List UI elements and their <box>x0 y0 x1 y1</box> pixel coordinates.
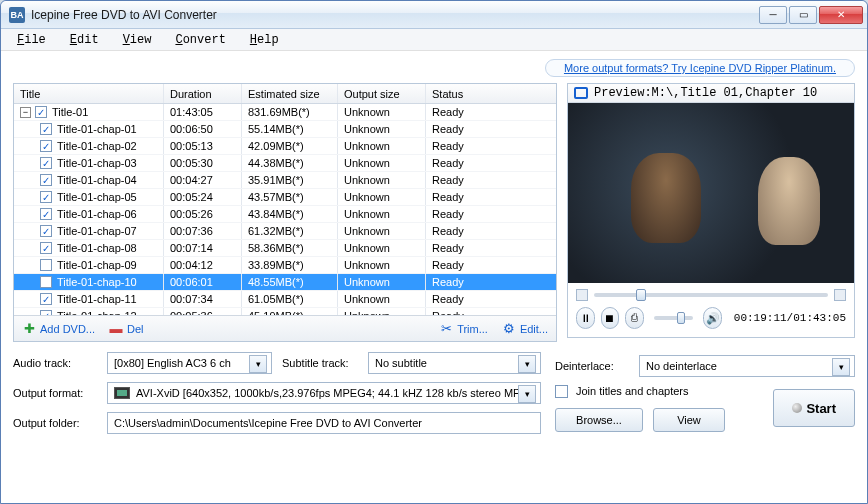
menu-edit[interactable]: Edit <box>60 31 109 49</box>
menu-help[interactable]: Help <box>240 31 289 49</box>
table-row[interactable]: Title-01-chap-1000:06:0148.55MB(*)Unknow… <box>14 274 556 291</box>
menubar: File Edit View Convert Help <box>1 29 867 51</box>
row-checkbox[interactable] <box>40 259 52 271</box>
table-row[interactable]: Title-01-chap-1100:07:3461.05MB(*)Unknow… <box>14 291 556 308</box>
titlebar[interactable]: BA Icepine Free DVD to AVI Converter ─ ▭… <box>1 1 867 29</box>
table-header: Title Duration Estimated size Output siz… <box>14 84 556 104</box>
row-name: Title-01-chap-01 <box>57 123 137 135</box>
promo-link[interactable]: More output formats? Try Icepine DVD Rip… <box>545 59 855 77</box>
deinterlace-combo[interactable]: No deinterlace <box>639 355 855 377</box>
stop-button[interactable]: ⏹ <box>601 307 620 329</box>
row-checkbox[interactable] <box>40 276 52 288</box>
start-button[interactable]: Start <box>773 389 855 427</box>
table-row[interactable]: Title-01-chap-0200:05:1342.09MB(*)Unknow… <box>14 138 556 155</box>
row-checkbox[interactable] <box>40 157 52 169</box>
table-row[interactable]: Title-01-chap-0700:07:3661.32MB(*)Unknow… <box>14 223 556 240</box>
mark-in-button[interactable] <box>576 289 588 301</box>
volume-thumb[interactable] <box>677 312 685 324</box>
row-checkbox[interactable] <box>40 310 52 315</box>
join-checkbox[interactable] <box>555 385 568 398</box>
audio-track-label: Audio track: <box>13 357 99 369</box>
scissors-icon: ✂ <box>439 322 453 336</box>
time-display: 00:19:11/01:43:05 <box>734 312 846 324</box>
row-checkbox[interactable] <box>40 208 52 220</box>
output-format-label: Output format: <box>13 387 99 399</box>
row-checkbox[interactable] <box>40 174 52 186</box>
table-row[interactable]: Title-01-chap-0500:05:2443.57MB(*)Unknow… <box>14 189 556 206</box>
add-dvd-button[interactable]: ✚Add DVD... <box>22 322 95 336</box>
menu-convert[interactable]: Convert <box>165 31 235 49</box>
col-duration[interactable]: Duration <box>164 84 242 103</box>
table-row[interactable]: Title-01-chap-0900:04:1233.89MB(*)Unknow… <box>14 257 556 274</box>
menu-file[interactable]: File <box>7 31 56 49</box>
row-checkbox[interactable] <box>40 123 52 135</box>
output-format-combo[interactable]: AVI-XviD [640x352, 1000kb/s,23.976fps MP… <box>107 382 541 404</box>
browse-button[interactable]: Browse... <box>555 408 643 432</box>
preview-title: Preview:M:\,Title 01,Chapter 10 <box>568 84 854 103</box>
row-checkbox[interactable] <box>40 242 52 254</box>
row-checkbox[interactable] <box>40 293 52 305</box>
app-window: BA Icepine Free DVD to AVI Converter ─ ▭… <box>0 0 868 504</box>
player-controls: ⏸ ⏹ ⎙ 🔊 00:19:11/01:43:05 <box>568 303 854 337</box>
join-label: Join titles and chapters <box>576 385 689 397</box>
col-title[interactable]: Title <box>14 84 164 103</box>
volume-slider[interactable] <box>654 316 694 320</box>
col-status[interactable]: Status <box>426 84 492 103</box>
table-row[interactable]: Title-01-chap-0600:05:2643.84MB(*)Unknow… <box>14 206 556 223</box>
edit-button[interactable]: ⚙Edit... <box>502 322 548 336</box>
output-folder-field[interactable]: C:\Users\admin\Documents\Icepine Free DV… <box>107 412 541 434</box>
row-name: Title-01-chap-06 <box>57 208 137 220</box>
output-format-row: Output format: AVI-XviD [640x352, 1000kb… <box>13 382 541 404</box>
close-button[interactable]: ✕ <box>819 6 863 24</box>
view-button[interactable]: View <box>653 408 725 432</box>
trim-button[interactable]: ✂Trim... <box>439 322 488 336</box>
row-name: Title-01-chap-02 <box>57 140 137 152</box>
snapshot-button[interactable]: ⎙ <box>625 307 644 329</box>
menu-view[interactable]: View <box>113 31 162 49</box>
maximize-button[interactable]: ▭ <box>789 6 817 24</box>
title-list-panel: Title Duration Estimated size Output siz… <box>13 83 557 342</box>
seek-slider[interactable] <box>594 293 828 297</box>
deinterlace-label: Deinterlace: <box>555 360 631 372</box>
row-checkbox[interactable] <box>35 106 47 118</box>
play-pause-button[interactable]: ⏸ <box>576 307 595 329</box>
start-icon <box>792 403 802 413</box>
audio-track-combo[interactable]: [0x80] English AC3 6 ch <box>107 352 272 374</box>
preview-title-text: Preview:M:\,Title 01,Chapter 10 <box>594 86 817 100</box>
row-name: Title-01-chap-05 <box>57 191 137 203</box>
col-output[interactable]: Output size <box>338 84 426 103</box>
table-row[interactable]: Title-01-chap-1200:05:3645.19MB(*)Unknow… <box>14 308 556 315</box>
row-checkbox[interactable] <box>40 225 52 237</box>
del-button[interactable]: ▬Del <box>109 322 144 336</box>
table-row[interactable]: −Title-0101:43:05831.69MB(*)UnknownReady <box>14 104 556 121</box>
promo-bar: More output formats? Try Icepine DVD Rip… <box>13 59 855 77</box>
plus-icon: ✚ <box>22 322 36 336</box>
tv-icon <box>574 87 588 99</box>
row-name: Title-01-chap-09 <box>57 259 137 271</box>
collapse-icon[interactable]: − <box>20 107 31 118</box>
table-row[interactable]: Title-01-chap-0800:07:1458.36MB(*)Unknow… <box>14 240 556 257</box>
subtitle-track-row: Subtitle track: No subtitle <box>282 352 541 374</box>
join-row[interactable]: Join titles and chapters <box>555 385 761 398</box>
preview-panel: Preview:M:\,Title 01,Chapter 10 ⏸ ⏹ ⎙ <box>567 83 855 338</box>
subtitle-track-combo[interactable]: No subtitle <box>368 352 541 374</box>
list-toolbar: ✚Add DVD... ▬Del ✂Trim... ⚙Edit... <box>14 315 556 341</box>
table-row[interactable]: Title-01-chap-0300:05:3044.38MB(*)Unknow… <box>14 155 556 172</box>
row-name: Title-01-chap-03 <box>57 157 137 169</box>
row-name: Title-01-chap-10 <box>57 276 137 288</box>
preview-video[interactable] <box>568 103 854 283</box>
table-row[interactable]: Title-01-chap-0400:04:2735.91MB(*)Unknow… <box>14 172 556 189</box>
col-estimated[interactable]: Estimated size <box>242 84 338 103</box>
mute-button[interactable]: 🔊 <box>703 307 722 329</box>
subtitle-track-label: Subtitle track: <box>282 357 360 369</box>
seek-thumb[interactable] <box>636 289 646 301</box>
audio-track-row: Audio track: [0x80] English AC3 6 ch <box>13 352 272 374</box>
row-checkbox[interactable] <box>40 140 52 152</box>
table-body[interactable]: −Title-0101:43:05831.69MB(*)UnknownReady… <box>14 104 556 315</box>
table-row[interactable]: Title-01-chap-0100:06:5055.14MB(*)Unknow… <box>14 121 556 138</box>
output-folder-row: Output folder: C:\Users\admin\Documents\… <box>13 412 541 434</box>
mark-out-button[interactable] <box>834 289 846 301</box>
minimize-button[interactable]: ─ <box>759 6 787 24</box>
deinterlace-row: Deinterlace: No deinterlace <box>555 355 855 377</box>
row-checkbox[interactable] <box>40 191 52 203</box>
